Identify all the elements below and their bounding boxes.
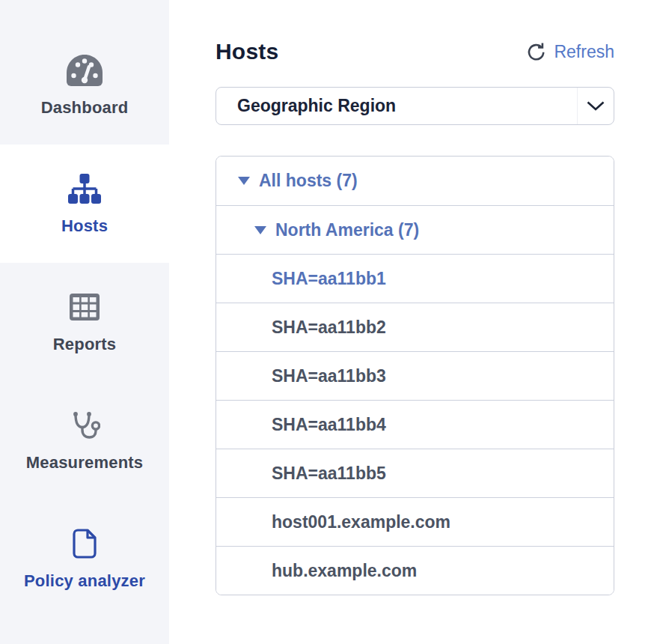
main-content: Hosts Refresh Geographic Region: [169, 0, 657, 644]
tree-node-label: SHA=aa11bb3: [272, 366, 386, 386]
refresh-icon: [526, 42, 546, 62]
tree-node-host[interactable]: SHA=aa11bb1: [216, 254, 614, 303]
tree-node-label: SHA=aa11bb1: [272, 269, 386, 289]
tree-node-host[interactable]: hub.example.com: [216, 546, 614, 595]
caret-down-icon[interactable]: [238, 177, 250, 185]
table-icon: [70, 291, 100, 323]
tree-node-label: SHA=aa11bb2: [272, 318, 386, 338]
host-tree: All hosts (7) North America (7) SHA=aa11…: [216, 156, 614, 595]
caret-down-icon[interactable]: [254, 226, 266, 234]
tree-node-label: All hosts (7): [259, 171, 358, 191]
tree-node-label: hub.example.com: [272, 561, 417, 581]
gauge-icon: [67, 54, 103, 87]
sidebar-item-label: Reports: [53, 335, 117, 354]
grouping-select-value: Geographic Region: [216, 96, 396, 116]
sidebar-item-reports[interactable]: Reports: [0, 263, 169, 381]
app-sidebar: Dashboard Hosts: [0, 0, 169, 644]
sidebar-item-hosts[interactable]: Hosts: [0, 145, 169, 263]
stethoscope-icon: [69, 409, 100, 442]
tree-node-host[interactable]: SHA=aa11bb4: [216, 400, 614, 449]
sidebar-item-label: Measurements: [26, 453, 143, 473]
tree-node-label: North America (7): [275, 220, 419, 240]
refresh-button[interactable]: Refresh: [526, 42, 614, 62]
sidebar-item-label: Dashboard: [41, 98, 129, 118]
tree-node-label: SHA=aa11bb5: [272, 464, 386, 484]
sidebar-item-dashboard[interactable]: Dashboard: [0, 26, 169, 145]
sitemap-icon: [68, 172, 101, 205]
tree-node-all-hosts[interactable]: All hosts (7): [216, 157, 614, 205]
sidebar-item-policy-analyzer[interactable]: Policy analyzer: [0, 499, 169, 618]
grouping-select-toggle[interactable]: [577, 88, 614, 124]
refresh-label: Refresh: [554, 42, 614, 62]
tree-node-host[interactable]: host001.example.com: [216, 497, 614, 546]
tree-node-north-america[interactable]: North America (7): [216, 205, 614, 254]
tree-node-label: host001.example.com: [272, 512, 450, 532]
tree-node-host[interactable]: SHA=aa11bb3: [216, 351, 614, 400]
sidebar-item-label: Policy analyzer: [24, 571, 145, 591]
sidebar-item-measurements[interactable]: Measurements: [0, 381, 169, 499]
sidebar-item-label: Hosts: [61, 216, 108, 236]
app-window: Dashboard Hosts: [0, 0, 657, 644]
page-header: Hosts Refresh: [216, 39, 614, 64]
chevron-down-icon: [587, 101, 605, 111]
grouping-select[interactable]: Geographic Region: [216, 87, 614, 125]
tree-node-label: SHA=aa11bb4: [272, 415, 386, 435]
file-icon: [72, 527, 97, 560]
page-title: Hosts: [216, 39, 278, 64]
tree-node-host[interactable]: SHA=aa11bb2: [216, 303, 614, 351]
tree-node-host[interactable]: SHA=aa11bb5: [216, 449, 614, 497]
